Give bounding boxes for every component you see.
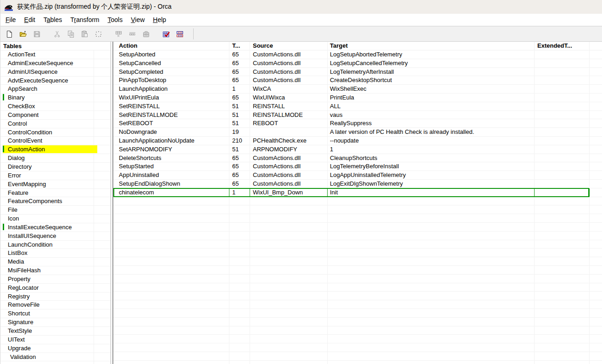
cell-action: DeleteShortcuts — [113, 154, 229, 163]
cell-type — [229, 275, 250, 283]
cell-extended-type — [535, 266, 590, 275]
cell-source: CustomActions.dll — [250, 68, 328, 77]
sidebar-item-uitext[interactable]: UIText — [0, 336, 111, 344]
table-row[interactable]: SetREINSTALL 51 REINSTALL ALL — [113, 102, 602, 111]
cell-source — [250, 275, 328, 283]
table-row[interactable]: NoDowngrade 19 A later version of PC Hea… — [113, 128, 602, 137]
sidebar-item-customaction[interactable]: CustomAction — [0, 145, 111, 154]
sidebar-item-registry[interactable]: Registry — [0, 292, 111, 301]
save-icon — [32, 29, 42, 39]
table-row[interactable]: SetREBOOT 51 REBOOT ReallySuppress — [113, 119, 602, 128]
sidebar-item-msifilehash[interactable]: MsiFileHash — [0, 266, 111, 275]
sidebar-item-label: ControlEvent — [0, 137, 111, 145]
table-row[interactable]: AppUninstalled 65 CustomActions.dll LogA… — [113, 171, 602, 180]
menu-item[interactable]: Transform — [66, 14, 103, 26]
table-row[interactable]: DeleteShortcuts 65 CustomActions.dll Cle… — [113, 154, 602, 163]
sidebar-item-file[interactable]: File — [0, 206, 111, 215]
sidebar-item-signature[interactable]: Signature — [0, 318, 111, 327]
sidebar-item-checkbox[interactable]: CheckBox — [0, 102, 111, 111]
add-row-icon — [127, 29, 138, 39]
cut-icon — [52, 29, 62, 39]
table-row[interactable]: SetARPNOMODIFY 51 ARPNOMODIFY 1 — [113, 145, 602, 154]
table-row[interactable]: SetupAborted 65 CustomActions.dll LogSet… — [113, 50, 602, 59]
sidebar-item-textstyle[interactable]: TextStyle — [0, 327, 111, 336]
cell-type — [229, 197, 250, 206]
sidebar-item-binary[interactable]: Binary — [0, 94, 111, 102]
column-header-source[interactable]: Source — [250, 42, 328, 50]
sidebar-item-listbox[interactable]: ListBox — [0, 249, 111, 258]
sidebar-item-directory[interactable]: Directory — [0, 163, 111, 171]
sidebar-item-upgrade[interactable]: Upgrade — [0, 344, 111, 353]
sidebar-item-feature[interactable]: Feature — [0, 189, 111, 198]
sidebar-item-eventmapping[interactable]: EventMapping — [0, 180, 111, 189]
table-row[interactable]: LaunchApplication 1 WixCA WixShellExec — [113, 85, 602, 94]
menu-item[interactable]: View — [127, 14, 149, 26]
sidebar-item-dialog[interactable]: Dialog — [0, 154, 111, 163]
table-row[interactable]: PinAppToDesktop 65 CustomActions.dll Cre… — [113, 76, 602, 85]
table-row-added-by-transform[interactable]: chinatelecom 1 WixUI_Bmp_Down Init — [113, 188, 602, 197]
cell-filler — [590, 111, 602, 120]
open-file-icon[interactable] — [18, 29, 28, 39]
sidebar-item-validation[interactable]: Validation — [0, 353, 111, 362]
cell-filler — [590, 128, 602, 137]
menu-item[interactable]: Tables — [39, 14, 66, 26]
cell-filler — [590, 188, 602, 197]
cell-filler — [590, 214, 602, 223]
sidebar-item-property[interactable]: Property — [0, 275, 111, 284]
table-row-empty — [113, 352, 602, 361]
cell-type: 19 — [229, 128, 250, 137]
cell-extended-type — [535, 283, 590, 292]
sidebar-item-adminuisequence[interactable]: AdminUISequence — [0, 68, 111, 77]
cell-extended-type — [535, 240, 590, 249]
sidebar-item-actiontext[interactable]: ActionText — [0, 50, 111, 59]
column-header-target[interactable]: Target — [328, 42, 535, 50]
menu-item[interactable]: File — [1, 14, 20, 26]
sidebar-item-shortcut[interactable]: Shortcut — [0, 309, 111, 318]
menu-item[interactable]: Help — [149, 14, 170, 26]
sidebar-item-installuisequence[interactable]: InstallUISequence — [0, 232, 111, 241]
table-row[interactable]: SetupCancelled 65 CustomActions.dll LogS… — [113, 59, 602, 68]
cell-extended-type — [535, 137, 590, 145]
cell-target: A later version of PC Health Check is al… — [328, 128, 535, 137]
sidebar-item-launchcondition[interactable]: LaunchCondition — [0, 241, 111, 249]
validate-icon[interactable] — [161, 29, 172, 39]
sidebar-item-removefile[interactable]: RemoveFile — [0, 301, 111, 309]
table-row[interactable]: SetupCompleted 65 CustomActions.dll LogT… — [113, 68, 602, 77]
cell-target — [328, 318, 535, 326]
sidebar-item-icon[interactable]: Icon — [0, 215, 111, 223]
column-header-t[interactable]: T... — [229, 42, 250, 50]
table-row-empty — [113, 309, 602, 318]
sidebar-item-advtexecutesequence[interactable]: AdvtExecuteSequence — [0, 77, 111, 85]
drop-row-icon — [141, 29, 151, 39]
sidebar-item-error[interactable]: Error — [0, 171, 111, 180]
cell-extended-type — [535, 128, 590, 137]
sidebar-item-component[interactable]: Component — [0, 111, 111, 120]
cell-source: REINSTALLMODE — [250, 111, 328, 120]
cell-extended-type — [535, 232, 590, 240]
table-row[interactable]: SetREINSTALLMODE 51 REINSTALLMODE vaus — [113, 111, 602, 120]
cell-extended-type — [535, 111, 590, 120]
sidebar-item-reglocator[interactable]: RegLocator — [0, 284, 111, 292]
menu-item[interactable]: Edit — [20, 14, 39, 26]
cell-extended-type — [535, 335, 590, 343]
sidebar-item-featurecomponents[interactable]: FeatureComponents — [0, 197, 111, 206]
new-file-icon[interactable] — [4, 29, 15, 39]
sidebar-item-media[interactable]: Media — [0, 258, 111, 266]
cell-type: 65 — [229, 171, 250, 180]
table-row[interactable]: SetupStarted 65 CustomActions.dll LogTel… — [113, 162, 602, 171]
column-header-extendedt[interactable]: ExtendedT... — [535, 42, 590, 50]
sidebar-item-controlevent[interactable]: ControlEvent — [0, 137, 111, 145]
sidebar-item-control[interactable]: Control — [0, 120, 111, 128]
table-row[interactable]: SetupEndDialogShown 65 CustomActions.dll… — [113, 180, 602, 188]
sidebar-item-controlcondition[interactable]: ControlCondition — [0, 128, 111, 137]
column-header-action[interactable]: Action — [113, 42, 229, 50]
table-row[interactable]: WixUIPrintEula 65 WixUIWixca PrintEula — [113, 94, 602, 102]
sidebar-item-appsearch[interactable]: AppSearch — [0, 85, 111, 94]
table-row[interactable]: LaunchApplicationNoUpdate 210 PCHealthCh… — [113, 137, 602, 145]
sidebar-item-adminexecutesequence[interactable]: AdminExecuteSequence — [0, 59, 111, 68]
menu-item[interactable]: Tools — [104, 14, 127, 26]
transform-icon[interactable] — [175, 29, 185, 39]
titlebar: 获奖作品.zip (transformed by 个人荣誉证明.zip) - O… — [0, 0, 602, 14]
sidebar-item-installexecutesequence[interactable]: InstallExecuteSequence — [0, 223, 111, 232]
sidebar-item-label: Icon — [0, 215, 111, 223]
